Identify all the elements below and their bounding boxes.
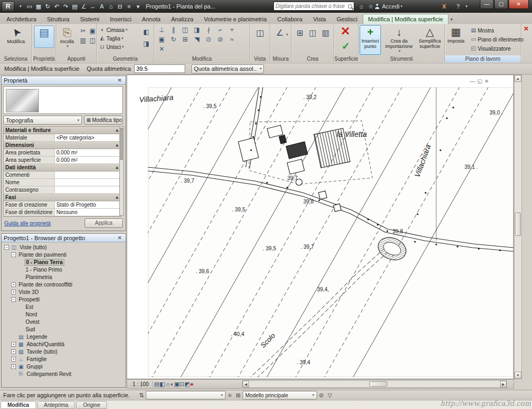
properties-header[interactable]: Proprietà ✕ — [2, 76, 126, 85]
tree-expander-icon[interactable]: + — [11, 290, 16, 295]
match-type-icon[interactable]: ≈ — [226, 35, 238, 44]
offset-icon[interactable]: ∥ — [168, 25, 179, 35]
pin-icon[interactable]: ⊙ — [203, 35, 214, 44]
tree-expander-icon[interactable]: + — [11, 364, 16, 369]
tree-expander-icon[interactable]: + — [11, 282, 16, 287]
view-minimize-icon[interactable]: — — [470, 78, 475, 84]
panel-label-piano-di-lavoro[interactable]: Piano di lavoro — [445, 55, 521, 62]
split-face-icon[interactable]: ◨ — [141, 39, 152, 48]
scale-icon[interactable]: ◥ — [191, 35, 203, 44]
browser-item-label[interactable]: Gruppi — [26, 364, 44, 370]
print-icon[interactable]: ▤ — [70, 2, 79, 11]
browser-item-viste-3d[interactable]: +Viste 3D — [3, 288, 124, 296]
browser-item-famiglie[interactable]: +⌂Famiglie — [3, 355, 124, 363]
tab-annota[interactable]: Annota — [137, 14, 166, 24]
panel-label-seleziona[interactable]: Seleziona — [0, 55, 31, 62]
help-arrow-icon[interactable]: ▾ — [462, 2, 471, 11]
panel-label-vista[interactable]: Vista — [250, 55, 270, 62]
tab-struttura[interactable]: Struttura — [41, 14, 74, 24]
property-group-header[interactable]: Materiali e finiture▲ — [4, 127, 121, 134]
maximize-button[interactable]: ▢ — [494, 0, 508, 9]
browser-item-legende[interactable]: ▤Legende — [3, 333, 124, 340]
horizontal-scrollbar[interactable]: ◀ ▶ — [242, 380, 507, 388]
selection-filter-icon[interactable]: ▽ — [326, 392, 334, 399]
browser-item-label[interactable]: Abachi/Quantità — [26, 341, 65, 347]
property-value[interactable]: <Per categoria> — [55, 134, 121, 141]
paste-button[interactable]: ⎘ Incolla ▾ — [57, 26, 77, 55]
align-icon[interactable]: ⊥ — [156, 25, 168, 35]
temporary-hide-isolate-icon[interactable]: ◩ — [185, 381, 190, 387]
unpin-icon[interactable]: ⊘ — [214, 35, 226, 44]
properties-scrollbar[interactable] — [119, 126, 124, 216]
array-icon[interactable]: ⊞ — [179, 35, 191, 44]
modify-button[interactable]: ➤ Modifica — [5, 26, 27, 55]
browser-item-label[interactable]: Piante dei pavimenti — [18, 252, 68, 258]
delete-icon[interactable]: ✕ — [156, 44, 168, 54]
tree-expander-icon[interactable]: + — [11, 349, 16, 354]
property-group-header[interactable]: Dati identità▲ — [4, 164, 121, 171]
application-menu-button[interactable]: R — [2, 1, 14, 12]
browser-item-piante-dei-pavimenti[interactable]: −Piante dei pavimenti — [3, 251, 124, 258]
crop-view-icon[interactable]: ▣ — [174, 381, 179, 387]
measure-arrow-icon[interactable]: ▾ — [286, 32, 288, 37]
bottom-tab-origine[interactable]: Origine — [76, 401, 107, 409]
ribbon-state-toggle-icon[interactable]: ▾ — [451, 17, 453, 22]
property-group-header[interactable]: Fasi▲ — [4, 194, 121, 201]
properties-close-icon[interactable]: ✕ — [116, 77, 123, 83]
tab-architettura[interactable]: Architettura — [1, 14, 41, 24]
panel-label-strumenti[interactable]: Strumenti — [359, 55, 444, 62]
browser-item-label[interactable]: Prospetti — [18, 297, 40, 302]
property-value[interactable]: 0.000 m² — [55, 149, 121, 156]
move-icon[interactable]: + — [226, 25, 238, 35]
redo-icon[interactable]: ↷ — [61, 2, 70, 11]
browser-item-1-piano-primo[interactable]: 1 - Piano Primo — [3, 266, 124, 273]
open-icon[interactable]: ▭ — [25, 2, 34, 11]
browser-item-est[interactable]: Est — [3, 303, 124, 310]
panel-label-appunti[interactable]: Appunti — [56, 55, 96, 62]
visual-style-icon[interactable]: ◧ — [160, 381, 165, 387]
browser-item-viste-tutto[interactable]: −◫Viste (tutto) — [3, 243, 124, 251]
paint-icon[interactable]: ◧ — [141, 27, 152, 37]
cancel-surface-icon[interactable]: ✕ — [340, 24, 350, 38]
simplify-surface-button[interactable]: △ Semplifica superficie — [416, 25, 444, 55]
rotate-icon[interactable]: ↻ — [168, 35, 179, 44]
text-icon[interactable]: A — [97, 2, 106, 11]
set-work-plane-button[interactable]: ▦ Imposta — [446, 25, 466, 55]
browser-item-label[interactable]: 1 - Piano Primo — [24, 267, 63, 273]
viewer-button[interactable]: ◰ Visualizzatore — [468, 44, 511, 53]
worksets-icon[interactable]: ⇅ — [137, 392, 146, 399]
mirror-pick-icon[interactable]: ◨ — [191, 25, 203, 35]
worksets-combo[interactable]: ▾ — [146, 391, 226, 399]
search-icon[interactable] — [348, 4, 352, 9]
mirror-axis-icon[interactable]: ◫ — [179, 25, 191, 35]
browser-item-ovest[interactable]: Ovest — [3, 318, 124, 325]
browser-item-label[interactable]: Viste (tutto) — [19, 244, 48, 250]
properties-help-link[interactable]: Guida alle proprietà — [4, 220, 51, 226]
browser-item-tavole-tutto[interactable]: +▧Tavole (tutto) — [3, 348, 124, 355]
browser-item-planimetria[interactable]: Planimetria — [3, 273, 124, 281]
tree-expander-icon[interactable]: + — [11, 342, 16, 347]
edit-type-button[interactable]: ▦ Modifica tipo — [84, 116, 123, 125]
tab-analizza[interactable]: Analizza — [166, 14, 199, 24]
property-value[interactable] — [55, 186, 121, 193]
panel-label-misura[interactable]: Misura — [270, 55, 291, 62]
panel-label-modifica[interactable]: Modifica — [154, 55, 250, 62]
tab-volumetrie-e-planimetria[interactable]: Volumetrie e planimetria — [198, 14, 272, 24]
browser-item-label[interactable]: Piante dei controsoffitti — [18, 282, 73, 288]
thin-lines-icon[interactable]: ≡ — [124, 2, 134, 11]
browser-item-label[interactable]: Famiglie — [26, 356, 48, 362]
property-group-header[interactable]: Dimensioni▲ — [4, 142, 121, 149]
browser-item-label[interactable]: Legende — [26, 334, 48, 340]
subscription-center-icon[interactable]: ⌂ — [356, 2, 366, 11]
view-close-icon[interactable]: ✕ — [485, 78, 489, 84]
finish-surface-icon[interactable]: ✓ — [342, 40, 350, 52]
cut-icon[interactable]: ✂ — [78, 26, 88, 36]
reference-plane-button[interactable]: ▭ Piano di riferimento — [468, 35, 523, 44]
vertical-scrollbar[interactable]: ▲ ▼ — [514, 75, 522, 379]
property-value[interactable]: Stato di Progetto — [55, 201, 121, 208]
browser-item-0-piano-terra[interactable]: 0 - Piano Terra — [3, 258, 124, 266]
measure-icon[interactable]: ∠ — [79, 2, 88, 11]
panel-label-superficie[interactable]: Superficie — [334, 55, 358, 62]
browser-item-abachi-quantit[interactable]: +▦Abachi/Quantità — [3, 340, 124, 348]
sun-path-icon[interactable]: ☼ — [165, 381, 170, 387]
